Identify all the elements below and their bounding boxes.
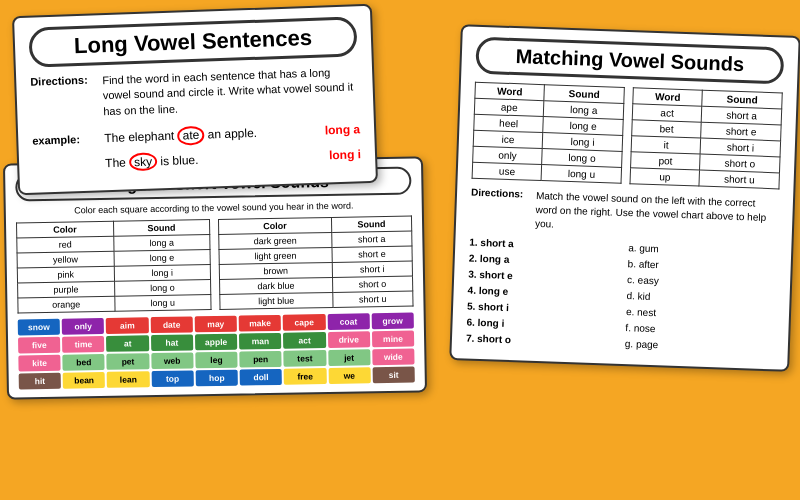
- example-row-2: The sky is blue. long i: [33, 145, 361, 175]
- table-cell: short e: [332, 246, 412, 262]
- worksheet-long-vowel: Long Vowel Sentences Directions: Find th…: [12, 4, 378, 195]
- grid-cell: hit: [19, 373, 61, 390]
- example2-answer: long i: [301, 147, 361, 163]
- table-cell: long u: [541, 165, 621, 184]
- example1-answer: long a: [300, 123, 360, 139]
- matching-left: 1. short a2. long a3. short e4. long e5.…: [466, 237, 619, 354]
- example-sentence-1: The elephant ate an apple.: [104, 123, 301, 148]
- table-cell: short a: [332, 231, 412, 247]
- grid-cell: only: [62, 318, 104, 335]
- matching-items: 1. short a2. long a3. short e4. long e5.…: [466, 237, 778, 360]
- matching-directions-row: Directions: Match the vowel sound on the…: [470, 187, 779, 240]
- worksheet-matching: Matching Vowel Sounds Word Sound apelong…: [449, 24, 800, 372]
- grid-cell: web: [151, 352, 193, 369]
- table-cell: long e: [114, 250, 211, 267]
- table-cell: yellow: [17, 251, 114, 268]
- grid-cell: aim: [106, 317, 148, 334]
- matching-directions-text: Match the vowel sound on the left with t…: [535, 189, 779, 239]
- grid-cell: snow: [18, 319, 60, 336]
- table-cell: long o: [114, 280, 211, 297]
- table-cell: short u: [699, 170, 779, 189]
- example-sentence-2: The sky is blue.: [105, 147, 302, 172]
- grid-cell: drive: [328, 331, 370, 348]
- table-cell: long u: [114, 295, 211, 312]
- long-vowel-title: Long Vowel Sentences: [28, 16, 357, 67]
- grid-cell: cape: [283, 314, 325, 331]
- ct1-header-color: Color: [17, 221, 114, 238]
- table-cell: long a: [113, 235, 210, 252]
- matching-answer: f. nose: [625, 322, 774, 338]
- grid-cell: date: [150, 316, 192, 333]
- grid-cell: may: [195, 316, 238, 333]
- table-cell: pink: [17, 266, 114, 283]
- grid-cell: top: [151, 370, 193, 387]
- matching-title: Matching Vowel Sounds: [475, 37, 784, 85]
- directions-label: Directions:: [30, 73, 104, 122]
- table-cell: light blue: [220, 292, 333, 309]
- matching-item: 4. long e: [467, 285, 616, 301]
- example1-pre: The elephant: [104, 129, 178, 146]
- grid-cell: lean: [107, 371, 149, 388]
- vowel-table-2: Word Sound actshort abetshort eitshort i…: [629, 87, 782, 189]
- grid-cell: hat: [151, 334, 193, 351]
- matching-answer: d. kid: [626, 290, 775, 306]
- grid-cell: bed: [63, 354, 105, 371]
- matching-answer: g. page: [625, 338, 774, 354]
- example2-pre: The: [105, 155, 129, 170]
- grid-cell: sit: [372, 367, 414, 384]
- grid-cell: five: [18, 337, 60, 354]
- grid-cell: mine: [372, 331, 414, 348]
- matching-top: Word Sound apelong aheellong eicelong io…: [472, 82, 783, 190]
- table-cell: purple: [18, 281, 115, 298]
- vowel-table-1: Word Sound apelong aheellong eicelong io…: [472, 82, 625, 184]
- matching-item: 1. short a: [469, 237, 618, 253]
- grid-cell: time: [62, 336, 104, 353]
- grid-cell: pet: [107, 353, 149, 370]
- vowel-sounds-sub-directions: Color each square according to the vowel…: [16, 200, 412, 217]
- grid-cell: doll: [240, 369, 282, 386]
- grid-cell: pen: [239, 351, 281, 368]
- matching-item: 5. short i: [467, 301, 616, 317]
- matching-directions-label: Directions:: [470, 187, 536, 231]
- table-cell: up: [630, 168, 700, 186]
- color-table-1: Color Sound redlong ayellowlong epinklon…: [16, 219, 212, 313]
- matching-item: 6. long i: [466, 317, 615, 333]
- matching-item: 3. short e: [468, 269, 617, 285]
- grid-cell: hop: [195, 370, 238, 387]
- table-cell: orange: [18, 296, 115, 313]
- grid-cell: leg: [195, 352, 238, 369]
- grid-cell: test: [284, 350, 326, 367]
- example1-circled: ate: [177, 126, 204, 145]
- grid-cell: jet: [328, 349, 370, 366]
- grid-cell: apple: [195, 334, 238, 351]
- grid-cell: at: [106, 335, 148, 352]
- grid-cell: grow: [371, 313, 413, 330]
- example-label: example:: [32, 133, 104, 148]
- grid-cell: coat: [327, 313, 369, 330]
- matching-answer: a. gum: [628, 242, 777, 258]
- example1-post: an apple.: [204, 126, 257, 142]
- matching-right: a. gumb. afterc. easyd. kide. nestf. nos…: [625, 242, 778, 359]
- table-cell: short u: [333, 291, 413, 307]
- grid-cell: free: [284, 368, 326, 385]
- grid-cell: bean: [63, 372, 105, 389]
- example-label-2: [33, 163, 105, 166]
- example2-post: is blue.: [157, 152, 199, 167]
- table-cell: short i: [332, 261, 412, 277]
- ct1-header-sound: Sound: [113, 220, 210, 237]
- grid-cell: wide: [372, 349, 414, 366]
- grid-cell: man: [239, 333, 281, 350]
- color-table-2: Color Sound dark greenshort alight green…: [218, 216, 414, 310]
- word-grid: snowonlyaimdatemaymakecapecoatgrowfiveti…: [18, 313, 415, 390]
- grid-cell: kite: [18, 355, 60, 372]
- table-cell: red: [17, 236, 114, 253]
- color-tables: Color Sound redlong ayellowlong epinklon…: [16, 216, 414, 314]
- directions-row: Directions: Find the word in each senten…: [30, 64, 359, 122]
- directions-text: Find the word in each sentence that has …: [102, 64, 359, 119]
- ct2-header-sound: Sound: [331, 216, 411, 232]
- table-cell: use: [472, 162, 542, 180]
- matching-answer: b. after: [628, 258, 777, 274]
- matching-answer: c. easy: [627, 274, 776, 290]
- grid-cell: we: [328, 367, 370, 384]
- example2-circled: sky: [129, 152, 158, 171]
